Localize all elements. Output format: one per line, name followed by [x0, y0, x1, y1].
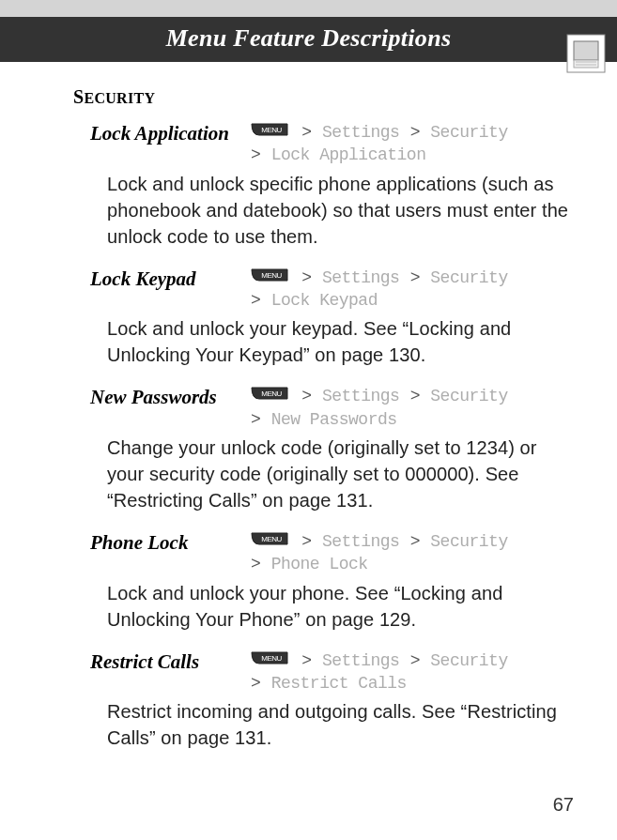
page-number: 67: [553, 794, 574, 816]
nav-sep: >: [251, 674, 260, 693]
svg-text:MENU: MENU: [261, 535, 282, 543]
nav-sep: >: [301, 387, 311, 405]
feature-item: New Passwords MENU > Settings > Security…: [73, 385, 574, 513]
feature-description: Lock and unlock specific phone applicati…: [73, 171, 574, 250]
nav-security: Security: [430, 123, 507, 142]
section-title-rest: ECURITY: [84, 90, 155, 106]
nav-sep: >: [410, 387, 420, 405]
menu-key-icon: MENU: [250, 649, 289, 672]
nav-sub: Restrict Calls: [271, 674, 407, 693]
nav-settings: Settings: [322, 532, 399, 551]
nav-sep: >: [301, 268, 311, 287]
nav-path: MENU > Settings > Security > Phone Lock: [250, 530, 574, 576]
nav-path: MENU > Settings > Security > New Passwor…: [250, 385, 574, 431]
nav-sub: Lock Keypad: [271, 291, 378, 310]
feature-title: Phone Lock: [90, 530, 250, 555]
nav-security: Security: [430, 387, 507, 405]
nav-sep: >: [410, 268, 420, 287]
nav-path: MENU > Settings > Security > Restrict Ca…: [250, 649, 574, 695]
feature-item: Lock Keypad MENU > Settings > Security >…: [73, 267, 574, 369]
nav-sep: >: [301, 651, 311, 670]
feature-title: New Passwords: [90, 385, 250, 409]
menu-key-label: MENU: [261, 126, 282, 134]
nav-sep: >: [251, 145, 260, 164]
svg-rect-2: [574, 60, 598, 68]
page-header: Menu Feature Descriptions: [0, 17, 617, 62]
svg-rect-1: [574, 41, 598, 60]
nav-sep: >: [410, 651, 420, 670]
nav-security: Security: [430, 532, 507, 551]
nav-sep: >: [251, 291, 260, 310]
nav-settings: Settings: [322, 387, 399, 405]
menu-key-icon: MENU: [250, 385, 289, 407]
page-title: Menu Feature Descriptions: [166, 24, 452, 52]
nav-settings: Settings: [322, 123, 399, 142]
content-area: SECURITY Lock Application MENU > Setting…: [0, 62, 617, 751]
feature-item: Restrict Calls MENU > Settings > Securit…: [73, 649, 574, 752]
nav-sep: >: [251, 555, 260, 573]
svg-text:MENU: MENU: [261, 271, 282, 280]
nav-path: MENU > Settings > Security > Lock Keypad: [250, 267, 574, 313]
feature-description: Change your unlock code (originally set …: [73, 435, 574, 513]
svg-text:MENU: MENU: [261, 389, 282, 398]
feature-description: Lock and unlock your keypad. See “Lockin…: [73, 315, 574, 368]
nav-security: Security: [430, 651, 507, 670]
feature-title: Lock Keypad: [90, 267, 250, 291]
feature-item: Lock Application MENU > Settings > Secur…: [73, 121, 574, 250]
nav-sub: New Passwords: [271, 410, 397, 429]
nav-path: MENU > Settings > Security > Lock Applic…: [250, 121, 574, 167]
menu-key-icon: MENU: [250, 121, 289, 144]
nav-sep: >: [251, 410, 260, 429]
header-thumb-icon: [566, 34, 606, 73]
nav-settings: Settings: [322, 651, 399, 670]
nav-sep: >: [410, 123, 420, 142]
feature-description: Lock and unlock your phone. See “Locking…: [73, 580, 574, 633]
nav-security: Security: [430, 268, 507, 287]
nav-sep: >: [301, 532, 311, 551]
menu-key-icon: MENU: [250, 267, 289, 289]
feature-title: Lock Application: [90, 121, 250, 145]
top-strip: [0, 0, 617, 17]
section-title-security: SECURITY: [73, 86, 574, 108]
nav-sep: >: [410, 532, 420, 551]
nav-settings: Settings: [322, 268, 399, 287]
svg-text:MENU: MENU: [261, 654, 282, 663]
nav-sub: Phone Lock: [271, 555, 368, 573]
feature-title: Restrict Calls: [90, 649, 250, 674]
feature-description: Restrict incoming and outgoing calls. Se…: [73, 698, 574, 751]
nav-sep: >: [301, 123, 311, 142]
menu-key-icon: MENU: [250, 530, 289, 553]
feature-item: Phone Lock MENU > Settings > Security > …: [73, 530, 574, 633]
section-title-initial: S: [73, 86, 84, 107]
nav-sub: Lock Application: [271, 145, 426, 164]
